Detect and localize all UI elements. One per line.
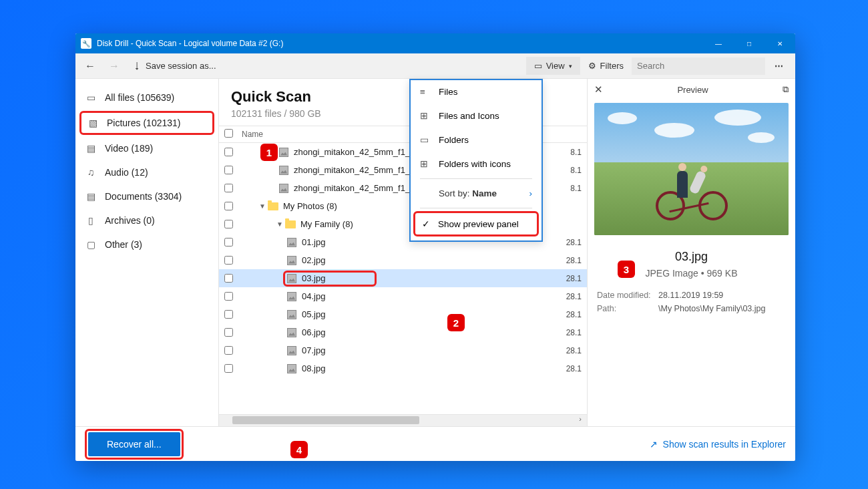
file-date: 8.1 — [560, 166, 587, 175]
view-option-files[interactable]: ≡Files — [411, 80, 541, 104]
download-icon: ⭣ — [133, 61, 142, 71]
copy-icon[interactable]: ⧉ — [783, 84, 789, 95]
maximize-button[interactable]: □ — [734, 33, 765, 53]
file-name: 05.jpg — [302, 309, 560, 319]
view-dropdown-menu: ≡Files ⊞Files and Icons ▭Folders ⊞Folder… — [409, 79, 543, 242]
row-checkbox[interactable] — [224, 274, 233, 283]
image-file-icon — [286, 327, 298, 338]
save-session-button[interactable]: ⭣ Save session as... — [128, 58, 222, 73]
minimize-button[interactable]: — — [703, 33, 734, 53]
stack-icon: ▭ — [85, 92, 97, 103]
file-row[interactable]: 06.jpg28.1 — [219, 323, 587, 341]
close-button[interactable]: ✕ — [765, 33, 795, 53]
file-name: 03.jpg — [302, 273, 560, 283]
sidebar-item-other[interactable]: ▢Other (3) — [75, 232, 218, 257]
row-checkbox[interactable] — [224, 166, 233, 174]
row-checkbox[interactable] — [224, 292, 233, 301]
sidebar-item-all[interactable]: ▭All files (105639) — [75, 86, 218, 110]
back-button[interactable]: ← — [79, 57, 101, 75]
sliders-icon: ⚙ — [588, 61, 596, 71]
recover-all-button[interactable]: Recover all... — [88, 432, 180, 456]
footer: Recover all... ↗ Show scan results in Ex… — [75, 426, 795, 461]
horizontal-scrollbar[interactable]: › — [219, 414, 587, 426]
select-all-checkbox[interactable] — [224, 129, 233, 138]
view-dropdown-button[interactable]: ▭ View ▾ — [526, 57, 580, 75]
forward-button[interactable]: → — [103, 57, 125, 75]
row-checkbox[interactable] — [224, 328, 233, 337]
preview-metadata: Date modified:28.11.2019 19:59 Path:\My … — [588, 279, 795, 317]
sort-by-button[interactable]: Sort by: Name › — [411, 182, 541, 205]
folder-icon: ▭ — [420, 134, 431, 145]
close-preview-button[interactable]: ✕ — [594, 84, 603, 96]
more-button[interactable]: ⋯ — [768, 61, 791, 71]
file-row[interactable]: 02.jpg28.1 — [219, 251, 587, 269]
show-in-explorer-link[interactable]: ↗ Show scan results in Explorer — [650, 439, 786, 450]
annotation-badge-4: 4 — [290, 441, 308, 458]
scroll-right-icon[interactable]: › — [575, 415, 586, 423]
annotation-badge-2: 2 — [447, 314, 465, 331]
annotation-badge-1: 1 — [260, 144, 278, 161]
file-date: 28.1 — [560, 346, 587, 355]
row-checkbox[interactable] — [224, 148, 233, 156]
sidebar-item-archives[interactable]: ▯Archives (0) — [75, 208, 218, 232]
search-input[interactable] — [632, 57, 765, 75]
filters-button[interactable]: ⚙ Filters — [583, 58, 629, 73]
sidebar-item-pictures[interactable]: ▧Pictures (102131) — [79, 111, 214, 135]
file-date: 28.1 — [560, 238, 587, 247]
row-checkbox[interactable] — [224, 346, 233, 355]
sidebar-item-audio[interactable]: ♫Audio (12) — [75, 160, 218, 184]
titlebar: 🔧 Disk Drill - Quick Scan - Logical volu… — [75, 33, 795, 53]
file-row[interactable]: 08.jpg28.1 — [219, 359, 587, 377]
image-file-icon — [286, 273, 298, 284]
file-row[interactable]: 03.jpg28.1 — [219, 269, 587, 287]
row-checkbox[interactable] — [224, 364, 233, 373]
expand-icon[interactable]: ▼ — [275, 220, 284, 228]
document-icon: ▤ — [85, 191, 97, 202]
sidebar: ▭All files (105639) ▧Pictures (102131) ▤… — [75, 79, 219, 426]
row-checkbox[interactable] — [224, 202, 233, 210]
view-option-files-icons[interactable]: ⊞Files and Icons — [411, 104, 541, 128]
folder-icon — [284, 219, 296, 230]
row-checkbox[interactable] — [224, 256, 233, 265]
show-preview-panel-toggle[interactable]: ✓ Show preview panel — [413, 211, 539, 236]
preview-image — [594, 103, 789, 235]
view-option-folders-icons[interactable]: ⊞Folders with icons — [411, 152, 541, 176]
check-icon: ✓ — [422, 218, 430, 229]
scrollbar-thumb[interactable] — [232, 416, 419, 424]
row-checkbox[interactable] — [224, 238, 233, 247]
music-icon: ♫ — [85, 167, 97, 178]
sidebar-item-video[interactable]: ▤Video (189) — [75, 136, 218, 160]
expand-icon[interactable]: ▼ — [258, 202, 267, 210]
sidebar-item-documents[interactable]: ▤Documents (3304) — [75, 184, 218, 208]
chevron-right-icon: › — [529, 188, 533, 198]
row-checkbox[interactable] — [224, 310, 233, 319]
image-file-icon — [286, 345, 298, 356]
view-label: View — [546, 61, 565, 71]
window-title: Disk Drill - Quick Scan - Logical volume… — [97, 39, 703, 48]
file-date: 8.1 — [560, 148, 587, 157]
image-file-icon — [278, 147, 290, 158]
row-checkbox[interactable] — [224, 220, 233, 228]
file-row[interactable]: 04.jpg28.1 — [219, 287, 587, 305]
square-icon: ▢ — [85, 239, 97, 250]
file-date: 28.1 — [560, 256, 587, 265]
main-panel: Quick Scan 102131 files / 980 GB Name ˄ … — [219, 79, 587, 426]
toolbar: ← → ⭣ Save session as... ▭ View ▾ ⚙ Filt… — [75, 53, 795, 79]
folder-icon: ▭ — [534, 61, 542, 71]
folder-icon — [267, 201, 279, 212]
preview-panel: ✕ Preview ⧉ 03.jpg JPEG Image • 969 KB — [587, 79, 795, 426]
image-file-icon — [286, 237, 298, 248]
view-option-folders[interactable]: ▭Folders — [411, 128, 541, 152]
file-date: 28.1 — [560, 274, 587, 283]
image-file-icon — [286, 255, 298, 266]
file-date: 8.1 — [560, 184, 587, 193]
app-window: 🔧 Disk Drill - Quick Scan - Logical volu… — [75, 33, 795, 461]
file-row[interactable]: 05.jpg28.1 — [219, 305, 587, 323]
filters-label: Filters — [600, 61, 624, 71]
window-controls: — □ ✕ — [703, 33, 795, 53]
row-checkbox[interactable] — [224, 184, 233, 192]
image-icon: ▧ — [87, 118, 99, 128]
annotation-badge-3: 3 — [618, 261, 635, 278]
file-row[interactable]: 07.jpg28.1 — [219, 341, 587, 359]
recover-highlight: Recover all... — [85, 429, 184, 460]
